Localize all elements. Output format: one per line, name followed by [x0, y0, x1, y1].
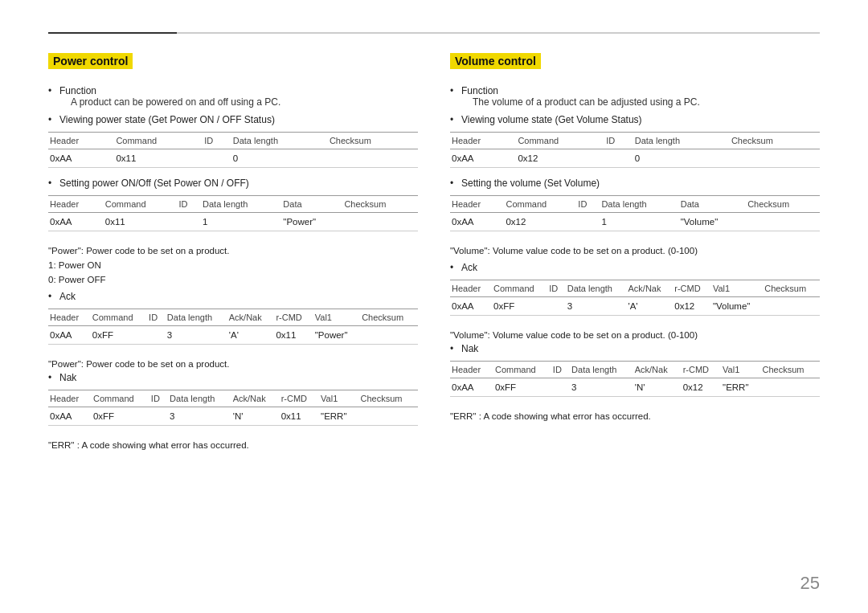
col-header-datalength: Data length	[231, 133, 328, 149]
table-row: 0xAA 0xFF 3 'N' 0x12 "ERR"	[450, 378, 820, 397]
nak-table: Header Command ID Data length Ack/Nak r-…	[48, 390, 418, 426]
ack-bullet: Ack	[48, 291, 418, 302]
page-number: 25	[800, 573, 820, 594]
table-row: 0xAA 0xFF 3 'N' 0x11 "ERR"	[48, 407, 418, 426]
viewing-state-bullet: Viewing power state (Get Power ON / OFF …	[48, 114, 418, 125]
vol-setting-bullet: Setting the volume (Set Volume)	[450, 178, 820, 189]
page: Power control Function A product can be …	[0, 0, 868, 501]
vol-viewing-state-table: Header Command ID Data length Checksum 0…	[450, 132, 820, 168]
top-rule	[48, 32, 820, 34]
table-row: 0xAA 0x12 1 "Volume"	[450, 213, 820, 231]
nak-bullet: Nak	[48, 372, 418, 383]
vol-ack-table: Header Command ID Data length Ack/Nak r-…	[450, 280, 820, 316]
power-control-title: Power control	[48, 53, 133, 69]
table-row: 0xAA 0xFF 3 'A' 0x12 "Volume"	[450, 297, 820, 316]
setting-power-table: Header Command ID Data length Data Check…	[48, 195, 418, 231]
col-header-checksum: Checksum	[328, 133, 418, 149]
vol-viewing-state-bullet: Viewing volume state (Get Volume Status)	[450, 114, 820, 125]
vol-nak-bullet: Nak	[450, 343, 820, 354]
ack-table: Header Command ID Data length Ack/Nak r-…	[48, 309, 418, 345]
function-bullet: Function A product can be powered on and…	[48, 85, 418, 108]
volume-control-title: Volume control	[450, 53, 541, 69]
columns: Power control Function A product can be …	[48, 53, 820, 453]
table-row: 0xAA 0x11 1 "Power"	[48, 213, 418, 231]
table-row: 0xAA 0x11 0	[48, 149, 418, 168]
vol-nak-table: Header Command ID Data length Ack/Nak r-…	[450, 361, 820, 397]
vol-function-bullet: Function The volume of a product can be …	[450, 85, 820, 108]
setting-power-bullet: Setting power ON/Off (Set Power ON / OFF…	[48, 178, 418, 189]
table-row: 0xAA 0xFF 3 'A' 0x11 "Power"	[48, 326, 418, 345]
power-control-column: Power control Function A product can be …	[48, 53, 418, 453]
vol-note-1: "Volume": Volume value code to be set on…	[450, 246, 820, 255]
table-row: 0xAA 0x12 0	[450, 149, 820, 168]
vol-nak-note: "ERR" : A code showing what error has oc…	[450, 411, 820, 421]
col-header-command: Command	[114, 133, 203, 149]
vol-ack-note: "Volume": Volume value code to be set on…	[450, 330, 820, 340]
viewing-state-table: Header Command ID Data length Checksum 0…	[48, 132, 418, 168]
power-note-2: 1: Power ON	[48, 260, 418, 270]
ack-note: "Power": Power code to be set on a produ…	[48, 359, 418, 369]
col-header-header: Header	[48, 133, 114, 149]
volume-control-column: Volume control Function The volume of a …	[450, 53, 820, 453]
vol-ack-bullet: Ack	[450, 262, 820, 273]
power-note-1: "Power": Power code to be set on a produ…	[48, 246, 418, 255]
nak-note: "ERR" : A code showing what error has oc…	[48, 440, 418, 450]
power-note-3: 0: Power OFF	[48, 275, 418, 284]
col-header-id: ID	[203, 133, 231, 149]
vol-setting-table: Header Command ID Data length Data Check…	[450, 195, 820, 231]
